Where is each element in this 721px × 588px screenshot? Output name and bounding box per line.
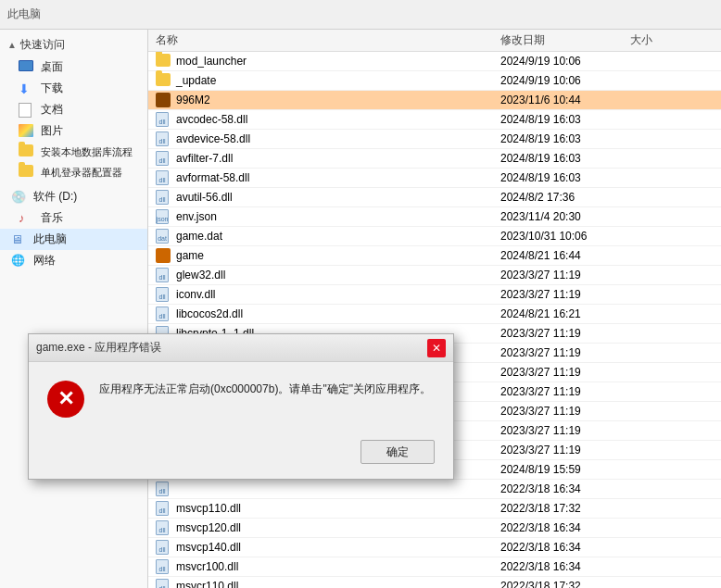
game-exe-icon <box>156 248 171 263</box>
table-row[interactable]: game 2024/8/21 16:44 <box>148 246 721 266</box>
file-date: 2023/3/27 11:19 <box>500 327 630 340</box>
explorer-path: 此电脑 <box>7 6 41 22</box>
dialog-footer: 确定 <box>29 432 453 479</box>
table-row[interactable]: dll libcocos2d.dll 2024/8/21 16:21 <box>148 305 721 324</box>
dll-icon: dll <box>156 112 171 127</box>
dll-icon: dll <box>156 482 171 496</box>
file-list-header: 名称 修改日期 大小 <box>148 30 721 52</box>
error-dialog: game.exe - 应用程序错误 ✕ ✕ 应用程序无法正常启动(0xc0000… <box>28 333 454 480</box>
file-name: glew32.dll <box>176 269 225 281</box>
sidebar-item-download[interactable]: ⬇ 下载 <box>0 78 147 99</box>
file-date: 2023/3/27 11:19 <box>500 346 630 359</box>
sidebar-label-download: 下载 <box>41 81 63 96</box>
file-date: 2023/10/31 10:06 <box>500 230 630 243</box>
quick-access-header[interactable]: ▲ 快速访问 <box>0 33 147 56</box>
exe-icon <box>156 93 171 107</box>
file-name: 996M2 <box>176 94 210 106</box>
file-date: 2023/3/27 11:19 <box>500 385 630 398</box>
dialog-titlebar: game.exe - 应用程序错误 ✕ <box>29 334 453 362</box>
table-row[interactable]: dll 2022/3/18 16:34 <box>148 480 721 499</box>
file-name: game.dat <box>176 230 222 243</box>
file-date: 2022/3/18 16:34 <box>500 521 630 534</box>
dll-icon: dll <box>156 131 171 146</box>
file-date: 2024/8/21 16:44 <box>500 249 630 262</box>
file-name: _update <box>176 74 216 87</box>
file-name: avformat-58.dll <box>176 171 249 184</box>
table-row[interactable]: _update 2024/9/19 10:06 <box>148 71 721 91</box>
explorer-window: 此电脑 ▲ 快速访问 桌面 ⬇ 下载 <box>0 0 721 588</box>
computer-icon: 🖥 <box>11 232 28 247</box>
table-row[interactable]: dll msvcr110.dll 2022/3/18 17:32 <box>148 577 721 588</box>
table-row[interactable]: mod_launcher 2024/9/19 10:06 <box>148 52 721 71</box>
sidebar-item-network[interactable]: 🌐 网络 <box>0 250 147 271</box>
file-date: 2024/8/19 15:59 <box>500 463 630 476</box>
table-row[interactable]: dll msvcp120.dll 2022/3/18 16:34 <box>148 519 721 538</box>
sidebar-item-doc[interactable]: 文档 <box>0 99 147 120</box>
dll-icon: dll <box>156 307 171 321</box>
file-date: 2022/3/18 16:34 <box>500 541 630 554</box>
sidebar-item-music[interactable]: ♪ 音乐 <box>0 207 147 229</box>
sidebar-label-single: 单机登录器配置器 <box>41 166 122 180</box>
download-icon: ⬇ <box>19 81 35 96</box>
file-name: msvcr100.dll <box>176 560 238 573</box>
table-row[interactable]: dll msvcr100.dll 2022/3/18 16:34 <box>148 557 721 577</box>
sidebar-label-network: 网络 <box>33 253 56 269</box>
table-row[interactable]: dll avdevice-58.dll 2024/8/19 16:03 <box>148 130 721 149</box>
music-icon: ♪ <box>19 211 35 226</box>
table-row[interactable]: json env.json 2023/11/4 20:30 <box>148 207 721 227</box>
dll-icon: dll <box>156 559 171 574</box>
dialog-close-button[interactable]: ✕ <box>427 339 446 357</box>
file-date: 2023/11/6 10:44 <box>500 94 630 106</box>
table-row[interactable]: dll avutil-56.dll 2024/8/2 17:36 <box>148 188 721 207</box>
file-name: avdevice-58.dll <box>176 132 250 145</box>
table-row[interactable]: dll avcodec-58.dll 2024/8/19 16:03 <box>148 110 721 130</box>
file-name: game <box>176 249 204 262</box>
dll-icon: dll <box>156 190 171 205</box>
table-row[interactable]: 996M2 2023/11/6 10:44 <box>148 91 721 110</box>
file-date: 2024/8/21 16:21 <box>500 307 630 320</box>
collapse-arrow: ▲ <box>7 40 17 50</box>
table-row[interactable]: dll glew32.dll 2023/3/27 11:19 <box>148 266 721 285</box>
dll-icon: dll <box>156 268 171 282</box>
sidebar-item-pic[interactable]: 图片 <box>0 120 147 142</box>
sidebar-item-drive-d[interactable]: 💿 软件 (D:) <box>0 186 147 207</box>
dll-icon: dll <box>156 170 171 185</box>
file-name: avcodec-58.dll <box>176 113 247 126</box>
table-row[interactable]: dll iconv.dll 2023/3/27 11:19 <box>148 285 721 305</box>
col-name[interactable]: 名称 <box>156 32 500 48</box>
sidebar-item-desktop[interactable]: 桌面 <box>0 56 147 78</box>
file-name: env.json <box>176 210 217 223</box>
col-size[interactable]: 大小 <box>630 32 714 48</box>
picture-icon <box>19 124 35 139</box>
table-row[interactable]: dll msvcp140.dll 2022/3/18 16:34 <box>148 538 721 557</box>
desktop-icon <box>19 60 35 75</box>
main-content: 名称 修改日期 大小 mod_launcher 2024/9/19 10:06 <box>148 30 721 588</box>
folder-icon <box>156 73 171 88</box>
sidebar-item-this-pc[interactable]: 🖥 此电脑 <box>0 229 147 250</box>
file-date: 2024/8/19 16:03 <box>500 171 630 184</box>
col-date[interactable]: 修改日期 <box>500 32 630 48</box>
sidebar-label-this-pc: 此电脑 <box>33 231 67 247</box>
table-row[interactable]: dll avformat-58.dll 2024/8/19 16:03 <box>148 169 721 188</box>
file-name: libcocos2d.dll <box>176 307 243 320</box>
json-icon: json <box>156 209 171 224</box>
quick-access-label: 快速访问 <box>20 37 65 53</box>
dialog-ok-button[interactable]: 确定 <box>360 440 435 464</box>
sidebar-label-install: 安装本地数据库流程 <box>41 145 133 159</box>
sidebar-item-install[interactable]: 安装本地数据库流程 <box>0 142 147 162</box>
sidebar-label-drive: 软件 (D:) <box>33 189 77 205</box>
dll-icon: dll <box>156 520 171 535</box>
sidebar-item-single[interactable]: 单机登录器配置器 <box>0 162 147 182</box>
file-date: 2024/8/19 16:03 <box>500 113 630 126</box>
dll-icon: dll <box>156 501 171 516</box>
error-circle: ✕ <box>47 381 84 418</box>
table-row[interactable]: dll msvcp110.dll 2022/3/18 17:32 <box>148 499 721 519</box>
file-date: 2023/3/27 11:19 <box>500 424 630 437</box>
table-row[interactable]: dll avfilter-7.dll 2024/8/19 16:03 <box>148 149 721 169</box>
file-date: 2023/3/27 11:19 <box>500 405 630 418</box>
file-name: avfilter-7.dll <box>176 152 233 165</box>
table-row[interactable]: dat game.dat 2023/10/31 10:06 <box>148 227 721 246</box>
file-name: msvcp110.dll <box>176 502 241 515</box>
dialog-body: ✕ 应用程序无法正常启动(0xc000007b)。请单击"确定"关闭应用程序。 <box>29 362 453 432</box>
network-icon: 🌐 <box>11 254 28 269</box>
